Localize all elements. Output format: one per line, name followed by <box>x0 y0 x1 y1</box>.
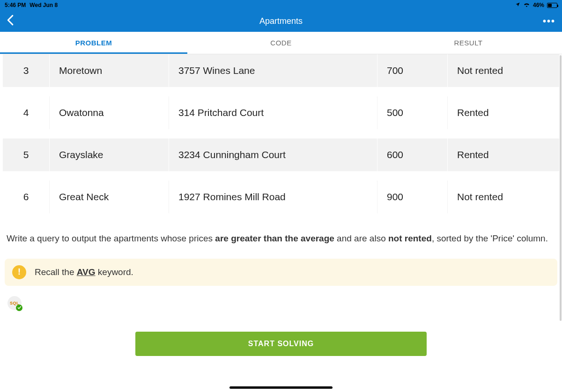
cell-status: Rented <box>448 138 559 171</box>
table-row: 3Moretown3757 Wines Lane700Not rented <box>3 54 559 87</box>
back-button[interactable] <box>7 15 14 28</box>
cell-id: 3 <box>3 54 50 87</box>
hint-post: keyword. <box>96 267 133 277</box>
tab-code[interactable]: CODE <box>187 32 375 54</box>
wifi-icon <box>523 2 530 8</box>
hint-banner: ! Recall the AVG keyword. <box>5 259 557 286</box>
status-time: 5:46 PM <box>5 2 26 8</box>
battery-icon <box>547 3 557 8</box>
tab-problem[interactable]: PROBLEM <box>0 32 187 54</box>
page-title: Apartments <box>259 16 303 26</box>
table-row: 6Great Neck1927 Romines Mill Road900Not … <box>3 181 559 213</box>
cell-status: Not rented <box>448 181 559 213</box>
instruction-bold-1: are greater than the average <box>215 233 334 243</box>
cell-id: 5 <box>3 138 50 171</box>
cell-price: 900 <box>377 181 448 213</box>
instruction-text: and are also <box>334 233 388 243</box>
content-area: 3Moretown3757 Wines Lane700Not rented4Ow… <box>0 54 562 361</box>
tabs-bar: PROBLEM CODE RESULT <box>0 32 562 54</box>
table-row: 4Owatonna314 Pritchard Court500Rented <box>3 96 559 129</box>
cell-address: 1927 Romines Mill Road <box>169 181 377 213</box>
hint-keyword: AVG <box>77 267 96 277</box>
home-indicator[interactable] <box>229 386 333 389</box>
cell-city: Moretown <box>50 54 169 87</box>
cell-city: Owatonna <box>50 96 169 129</box>
instruction-bold-2: not rented <box>388 233 432 243</box>
cell-address: 3757 Wines Lane <box>169 54 377 87</box>
cell-price: 600 <box>377 138 448 171</box>
cell-id: 4 <box>3 96 50 129</box>
cell-city: Great Neck <box>50 181 169 213</box>
status-bar: 5:46 PM Wed Jun 8 46% <box>0 0 562 10</box>
data-table: 3Moretown3757 Wines Lane700Not rented4Ow… <box>3 54 559 213</box>
cell-address: 314 Pritchard Court <box>169 96 377 129</box>
exclamation-icon: ! <box>12 265 26 279</box>
cell-city: Grayslake <box>50 138 169 171</box>
scrollbar[interactable] <box>560 55 562 321</box>
badge-row: SQL <box>3 294 559 315</box>
nav-bar: Apartments ••• <box>0 10 562 32</box>
battery-percent: 46% <box>533 2 544 8</box>
sql-badge: SQL <box>7 296 22 310</box>
problem-instruction: Write a query to output the apartments w… <box>3 223 559 259</box>
check-icon <box>16 305 22 311</box>
tab-result[interactable]: RESULT <box>375 32 562 54</box>
cell-address: 3234 Cunningham Court <box>169 138 377 171</box>
cell-status: Rented <box>448 96 559 129</box>
cell-status: Not rented <box>448 54 559 87</box>
table-row: 5Grayslake3234 Cunningham Court600Rented <box>3 138 559 171</box>
cell-price: 700 <box>377 54 448 87</box>
cell-id: 6 <box>3 181 50 213</box>
hint-text: Recall the AVG keyword. <box>35 267 133 277</box>
status-date: Wed Jun 8 <box>30 2 58 8</box>
start-solving-button[interactable]: START SOLVING <box>135 332 427 356</box>
instruction-text: Write a query to output the apartments w… <box>7 233 215 243</box>
hint-pre: Recall the <box>35 267 77 277</box>
cell-price: 500 <box>377 96 448 129</box>
more-button[interactable]: ••• <box>543 16 555 27</box>
instruction-text: , sorted by the 'Price' column. <box>432 233 548 243</box>
location-icon <box>515 2 520 8</box>
